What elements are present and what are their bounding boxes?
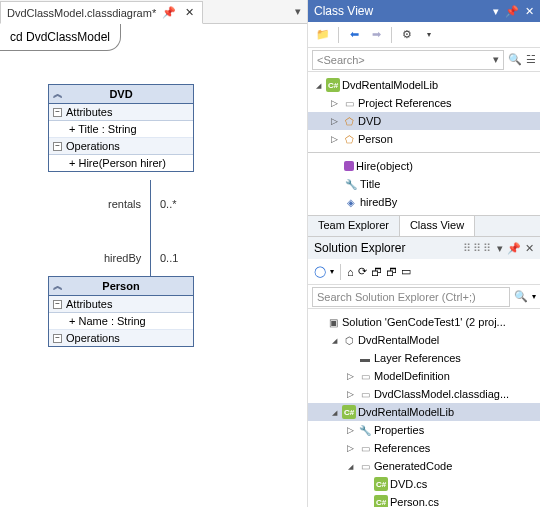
class-name: Person — [53, 280, 189, 292]
wrench-icon: 🔧 — [358, 423, 372, 437]
attributes-header[interactable]: − Attributes — [49, 296, 193, 313]
folder-icon: ▭ — [358, 459, 372, 473]
expand-icon[interactable] — [312, 80, 324, 90]
tree-node-classdiagram[interactable]: ▭ DvdClassModel.classdiag... — [308, 385, 540, 403]
collapse-icon[interactable]: − — [53, 108, 62, 117]
tab-team-explorer[interactable]: Team Explorer — [308, 216, 399, 236]
member-hire[interactable]: Hire(object) — [308, 157, 540, 175]
classview-header[interactable]: Class View ▾ 📌 ✕ — [308, 0, 540, 22]
tree-node-person[interactable]: ⬠ Person — [308, 130, 540, 148]
tree-node-lib[interactable]: C# DvdRentalModelLib — [308, 403, 540, 421]
refresh-icon[interactable]: ⟳ — [358, 265, 367, 278]
classview-toolbar: 📁 ⬅ ➡ ⚙ ▾ — [308, 22, 540, 48]
expand-icon[interactable] — [328, 407, 340, 417]
class-icon: ⬠ — [342, 114, 356, 128]
collapse-icon[interactable]: − — [53, 334, 62, 343]
back-icon[interactable]: ⬅ — [345, 28, 363, 41]
tool-window-area: Class View ▾ 📌 ✕ 📁 ⬅ ➡ ⚙ ▾ <Search> ▾ 🔍 … — [308, 0, 540, 507]
drag-handle[interactable]: ⠿⠿⠿ — [463, 242, 493, 255]
tree-node-projrefs[interactable]: ▭ Project References — [308, 94, 540, 112]
tree-node-solution[interactable]: ▣ Solution 'GenCodeTest1' (2 proj... — [308, 313, 540, 331]
properties-icon[interactable]: ▭ — [401, 265, 411, 278]
solution-explorer-header[interactable]: Solution Explorer ⠿⠿⠿ ▾ 📌 ✕ — [308, 237, 540, 259]
collapse-all-icon[interactable]: 🗗 — [386, 266, 397, 278]
tab-class-view[interactable]: Class View — [399, 216, 475, 236]
expand-icon[interactable] — [328, 134, 340, 144]
search-placeholder: Search Solution Explorer (Ctrl+;) — [317, 291, 476, 303]
class-header[interactable]: ︽ DVD — [49, 85, 193, 104]
chevron-down-icon[interactable]: ▾ — [497, 242, 503, 255]
chevron-down-icon[interactable]: ▾ — [493, 5, 499, 18]
attributes-header[interactable]: − Attributes — [49, 104, 193, 121]
field-icon: ◈ — [344, 195, 358, 209]
collapse-icon[interactable]: − — [53, 142, 62, 151]
operation[interactable]: + Hire(Person hirer) — [49, 155, 193, 171]
gear-icon[interactable]: ⚙ — [398, 28, 416, 41]
section-label: Attributes — [66, 298, 112, 310]
search-icon[interactable]: 🔍 — [508, 53, 522, 66]
close-icon[interactable]: ✕ — [525, 242, 534, 255]
tree-node-properties[interactable]: 🔧 Properties — [308, 421, 540, 439]
classview-tree[interactable]: C# DvdRentalModelLib ▭ Project Reference… — [308, 72, 540, 152]
tree-node-project[interactable]: C# DvdRentalModelLib — [308, 76, 540, 94]
tree-label: ModelDefinition — [374, 370, 450, 382]
tree-node-dvdcs[interactable]: C# DVD.cs — [308, 475, 540, 493]
class-box-dvd[interactable]: ︽ DVD − Attributes + Title : String − Op… — [48, 84, 194, 172]
attribute[interactable]: + Title : String — [49, 121, 193, 138]
expand-icon[interactable] — [344, 443, 356, 453]
solution-tree[interactable]: ▣ Solution 'GenCodeTest1' (2 proj... ⬡ D… — [308, 309, 540, 507]
pin-icon[interactable]: 📌 — [505, 5, 519, 18]
csharp-file-icon: C# — [374, 495, 388, 507]
forward-icon[interactable]: ➡ — [367, 28, 385, 41]
new-folder-icon[interactable]: 📁 — [314, 28, 332, 41]
expand-icon[interactable] — [328, 335, 340, 345]
association-line[interactable] — [150, 180, 151, 276]
class-box-person[interactable]: ︽ Person − Attributes + Name : String − … — [48, 276, 194, 347]
pin-icon[interactable]: 📌 — [162, 6, 176, 20]
chevron-down-icon[interactable]: ▾ — [420, 30, 438, 39]
chevron-down-icon[interactable]: ▾ — [493, 53, 499, 66]
tree-node-references[interactable]: ▭ References — [308, 439, 540, 457]
operations-header[interactable]: − Operations — [49, 138, 193, 155]
operations-header[interactable]: − Operations — [49, 330, 193, 346]
expand-icon[interactable] — [344, 461, 356, 471]
tree-label: Person — [358, 133, 393, 145]
class-header[interactable]: ︽ Person — [49, 277, 193, 296]
tree-node-dvd[interactable]: ⬠ DVD — [308, 112, 540, 130]
expand-icon[interactable] — [328, 116, 340, 126]
chevron-down-icon[interactable]: ▾ — [330, 267, 334, 276]
member-title[interactable]: 🔧 Title — [308, 175, 540, 193]
chevron-down-icon[interactable]: ▾ — [295, 5, 301, 18]
search-input[interactable]: Search Solution Explorer (Ctrl+;) — [312, 287, 510, 307]
close-icon[interactable]: ✕ — [182, 6, 196, 20]
collapse-icon[interactable]: − — [53, 300, 62, 309]
expand-icon[interactable] — [344, 389, 356, 399]
section-label: Operations — [66, 140, 120, 152]
expand-icon[interactable] — [344, 425, 356, 435]
close-icon[interactable]: ✕ — [525, 5, 534, 18]
diagram-canvas[interactable]: cd DvdClassModel ︽ DVD − Attributes + Ti… — [0, 24, 307, 507]
section-label: Operations — [66, 332, 120, 344]
search-input[interactable]: <Search> ▾ — [312, 50, 504, 70]
search-icon[interactable]: 🔍 — [514, 290, 528, 303]
expand-icon[interactable] — [328, 98, 340, 108]
property-icon: 🔧 — [344, 177, 358, 191]
panel-title: Solution Explorer — [314, 241, 463, 255]
back-icon[interactable]: ◯ — [314, 265, 326, 278]
tree-node-modeldef[interactable]: ▭ ModelDefinition — [308, 367, 540, 385]
show-all-icon[interactable]: 🗗 — [371, 266, 382, 278]
classview-members[interactable]: Hire(object) 🔧 Title ◈ hiredBy — [308, 152, 540, 215]
document-tab[interactable]: DvdClassModel.classdiagram* 📌 ✕ — [0, 1, 203, 24]
chevron-down-icon[interactable]: ▾ — [532, 292, 536, 301]
home-icon[interactable]: ⌂ — [347, 266, 354, 278]
tree-node-generated[interactable]: ▭ GeneratedCode — [308, 457, 540, 475]
pin-icon[interactable]: 📌 — [507, 242, 521, 255]
expand-icon[interactable] — [344, 371, 356, 381]
attribute[interactable]: + Name : String — [49, 313, 193, 330]
tree-node-model[interactable]: ⬡ DvdRentalModel — [308, 331, 540, 349]
tree-node-layerref[interactable]: ▬ Layer References — [308, 349, 540, 367]
member-hiredby[interactable]: ◈ hiredBy — [308, 193, 540, 211]
settings-icon[interactable]: ☱ — [526, 53, 536, 66]
tree-node-personcs[interactable]: C# Person.cs — [308, 493, 540, 507]
assoc-role-hiredby: hiredBy — [104, 252, 141, 264]
